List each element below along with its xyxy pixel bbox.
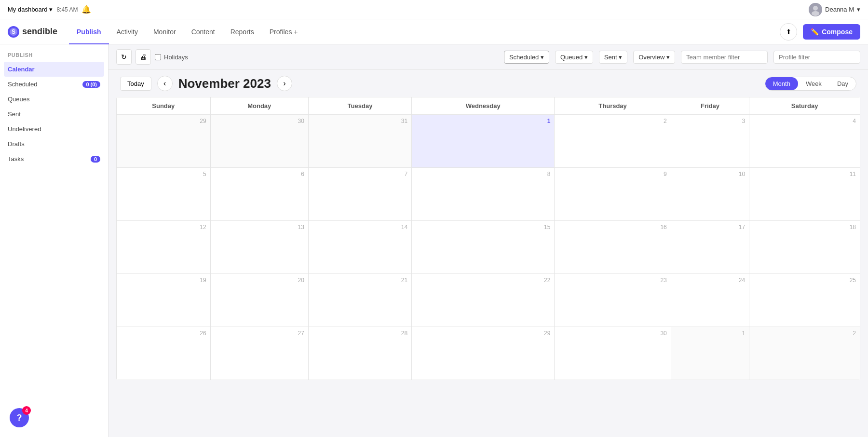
calendar-cell[interactable]: 4	[749, 115, 860, 168]
dashboard-button[interactable]: My dashboard ▾	[8, 6, 53, 13]
calendar-cell[interactable]: 10	[671, 168, 749, 221]
calendar-cell[interactable]: 12	[117, 221, 211, 274]
calendar-nav: Today ‹ November 2023 ›	[120, 76, 292, 91]
calendar-table: Sunday Monday Tuesday Wednesday Thursday…	[116, 97, 860, 380]
calendar-cell[interactable]: 1	[412, 115, 555, 168]
sidebar-item-calendar[interactable]: Calendar	[4, 62, 104, 77]
holidays-checkbox-input[interactable]	[155, 54, 161, 60]
day-number: 19	[121, 277, 206, 284]
nav-item-activity[interactable]: Activity	[109, 19, 146, 44]
day-number: 14	[312, 224, 407, 231]
calendar-cell[interactable]: 24	[671, 274, 749, 327]
day-number: 26	[121, 330, 206, 337]
week-view-button[interactable]: Week	[798, 77, 829, 90]
nav-item-reports[interactable]: Reports	[223, 19, 262, 44]
navbar-left: S sendible Publish Activity Monitor Cont…	[8, 19, 305, 44]
calendar-cell[interactable]: 15	[412, 221, 555, 274]
team-member-filter[interactable]	[681, 51, 768, 64]
calendar-cell[interactable]: 19	[117, 274, 211, 327]
calendar-cell[interactable]: 17	[671, 221, 749, 274]
calendar-cell[interactable]: 30	[555, 327, 671, 380]
calendar-cell[interactable]: 9	[555, 168, 671, 221]
col-tuesday: Tuesday	[308, 97, 411, 115]
calendar-cell[interactable]: 22	[412, 274, 555, 327]
calendar-cell[interactable]: 8	[412, 168, 555, 221]
day-number: 17	[675, 224, 745, 231]
calendar-cell[interactable]: 14	[308, 221, 411, 274]
day-number: 12	[121, 224, 206, 231]
nav-item-profiles[interactable]: Profiles +	[262, 19, 306, 44]
calendar-cell[interactable]: 29	[412, 327, 555, 380]
calendar-cell[interactable]: 1	[671, 327, 749, 380]
col-sunday: Sunday	[117, 97, 211, 115]
dropdown-arrow: ▾	[49, 6, 53, 13]
calendar-cell[interactable]: 23	[555, 274, 671, 327]
upload-button[interactable]: ⬆	[780, 23, 797, 41]
calendar-cell[interactable]: 20	[210, 274, 308, 327]
calendar-cell[interactable]: 7	[308, 168, 411, 221]
sidebar-item-sent[interactable]: Sent	[0, 107, 108, 122]
bell-icon[interactable]: 🔔	[81, 5, 91, 14]
sidebar-item-drafts[interactable]: Drafts	[0, 137, 108, 151]
queued-filter-button[interactable]: Queued ▾	[555, 51, 593, 64]
topbar-left: My dashboard ▾ 8:45 AM 🔔	[8, 5, 91, 14]
day-number: 29	[416, 330, 550, 337]
calendar-cell[interactable]: 29	[117, 115, 211, 168]
calendar-cell[interactable]: 11	[749, 168, 860, 221]
calendar-cell[interactable]: 28	[308, 327, 411, 380]
sidebar-item-scheduled[interactable]: Scheduled 0 (0)	[0, 77, 108, 92]
calendar-cell[interactable]: 21	[308, 274, 411, 327]
calendar-cell[interactable]: 18	[749, 221, 860, 274]
nav-item-publish[interactable]: Publish	[69, 19, 109, 44]
scheduled-filter-button[interactable]: Scheduled ▾	[504, 51, 549, 64]
month-view-button[interactable]: Month	[765, 77, 798, 90]
dashboard-label: My dashboard	[8, 6, 47, 13]
calendar-cell[interactable]: 13	[210, 221, 308, 274]
calendar-cell[interactable]: 31	[308, 115, 411, 168]
today-button[interactable]: Today	[120, 77, 151, 91]
refresh-button[interactable]: ↻	[116, 49, 132, 65]
prev-month-button[interactable]: ‹	[157, 76, 173, 91]
next-month-button[interactable]: ›	[277, 76, 292, 91]
logo[interactable]: S sendible	[8, 26, 57, 38]
calendar-cell[interactable]: 30	[210, 115, 308, 168]
profile-filter[interactable]	[773, 51, 860, 64]
calendar-cell[interactable]: 2	[555, 115, 671, 168]
sidebar-item-queues[interactable]: Queues	[0, 92, 108, 107]
help-button[interactable]: ? 4	[10, 408, 29, 427]
calendar-cell[interactable]: 6	[210, 168, 308, 221]
day-number: 25	[753, 277, 856, 284]
content-area: ↻ 🖨 Holidays Scheduled ▾ Queued ▾ Sent ▾	[108, 44, 868, 437]
compose-button[interactable]: ✏️ Compose	[803, 24, 860, 40]
calendar-cell[interactable]: 2	[749, 327, 860, 380]
print-button[interactable]: 🖨	[136, 49, 151, 65]
queued-filter-label: Queued ▾	[560, 54, 588, 61]
next-arrow-icon: ›	[283, 79, 285, 88]
calendar-header: Today ‹ November 2023 › Month Week Day	[108, 70, 868, 97]
day-number: 22	[416, 277, 550, 284]
nav-item-monitor[interactable]: Monitor	[146, 19, 184, 44]
calendar-cell[interactable]: 27	[210, 327, 308, 380]
calendar-cell[interactable]: 26	[117, 327, 211, 380]
calendar-cell[interactable]: 16	[555, 221, 671, 274]
sidebar-item-undelivered[interactable]: Undelivered	[0, 122, 108, 137]
logo-icon: S	[8, 26, 19, 38]
nav-items: Publish Activity Monitor Content Reports…	[69, 19, 305, 44]
sidebar-item-tasks[interactable]: Tasks 0	[0, 151, 108, 166]
sent-filter-button[interactable]: Sent ▾	[599, 51, 627, 64]
user-info[interactable]: Deanna M ▾	[809, 3, 860, 16]
day-number: 13	[215, 224, 304, 231]
user-dropdown-arrow: ▾	[857, 6, 860, 13]
calendar-cell[interactable]: 5	[117, 168, 211, 221]
overview-filter-button[interactable]: Overview ▾	[633, 51, 675, 64]
day-number: 5	[121, 171, 206, 178]
calendar-cell[interactable]: 3	[671, 115, 749, 168]
holidays-checkbox[interactable]: Holidays	[155, 54, 188, 61]
day-view-button[interactable]: Day	[829, 77, 856, 90]
tasks-badge: 0	[91, 156, 100, 163]
day-number: 9	[558, 171, 666, 178]
day-number: 18	[753, 224, 856, 231]
nav-item-content[interactable]: Content	[184, 19, 223, 44]
day-number: 24	[675, 277, 745, 284]
calendar-cell[interactable]: 25	[749, 274, 860, 327]
